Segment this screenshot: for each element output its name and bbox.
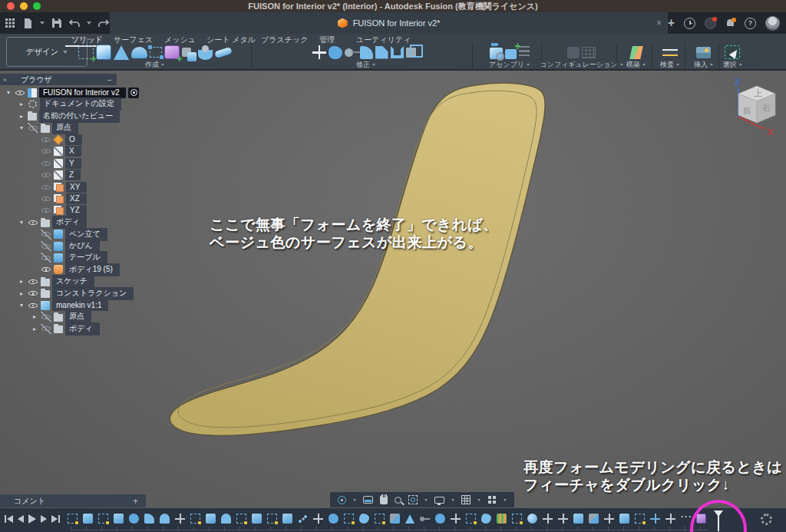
tree-row[interactable]: ボディ (0, 217, 154, 227)
pipe-icon[interactable] (214, 46, 233, 58)
timeline-feature-combine-icon[interactable] (589, 514, 599, 524)
tree-row[interactable]: XZ (0, 194, 154, 204)
tree-row[interactable]: X (0, 147, 154, 157)
tree-row[interactable]: YZ (0, 206, 154, 216)
tree-item-label[interactable]: Z (65, 170, 81, 180)
tree-item-label[interactable]: コンストラクション (52, 287, 134, 300)
timeline-feature-extrude-icon[interactable] (206, 514, 216, 524)
move-icon[interactable] (312, 45, 326, 59)
timeline-feature-sketch-icon[interactable] (68, 514, 78, 524)
new-tab-button[interactable]: + (668, 12, 675, 34)
tree-item-label[interactable]: 原点 (65, 310, 91, 323)
disclosure-open-icon[interactable] (5, 88, 12, 97)
comments-panel[interactable]: コメント + (0, 494, 146, 507)
play-button[interactable] (28, 514, 36, 524)
tree-row[interactable]: 原点 (0, 312, 154, 322)
create-sketch-icon[interactable] (78, 45, 94, 59)
chamfer-icon[interactable] (375, 46, 388, 59)
sweep-icon[interactable] (131, 47, 147, 58)
timeline-feature-sketch-icon[interactable] (98, 514, 108, 524)
tree-item-label[interactable]: XY (66, 182, 87, 193)
group-label[interactable]: コンフィギュレーション (540, 61, 623, 69)
press-pull-icon[interactable] (329, 46, 342, 59)
tree-row[interactable]: かびん (0, 241, 154, 251)
disclosure-closed-icon[interactable] (31, 312, 38, 322)
nav-dropdown-icon[interactable] (424, 499, 428, 501)
fit-icon[interactable] (408, 495, 418, 504)
tree-item-label[interactable]: manekin v1:1 (52, 300, 108, 311)
visibility-eye-icon[interactable] (28, 276, 38, 286)
fillet-icon[interactable] (360, 46, 373, 59)
tree-item-label[interactable]: YZ (66, 205, 87, 216)
extrude-icon[interactable] (96, 45, 111, 60)
account-avatar[interactable] (765, 16, 780, 31)
visibility-eye-icon[interactable] (41, 241, 51, 251)
disclosure-closed-icon[interactable] (18, 111, 25, 121)
tree-row[interactable]: FUISON for Interior v2 (0, 88, 154, 97)
notifications-icon[interactable] (725, 18, 735, 28)
tree-row[interactable]: 原点 (0, 123, 154, 133)
timeline-feature-stripes-icon[interactable] (497, 514, 507, 524)
visibility-eye-icon[interactable] (28, 289, 38, 299)
disclosure-open-icon[interactable] (18, 300, 25, 310)
visibility-eye-icon[interactable] (41, 312, 51, 322)
timeline-feature-extrude-icon[interactable] (252, 514, 262, 524)
nav-dropdown-icon[interactable] (504, 499, 507, 501)
tree-row[interactable]: Y (0, 158, 154, 168)
visibility-eye-icon[interactable] (41, 170, 51, 180)
tree-row[interactable]: ペン立て (0, 230, 154, 240)
tree-item-label[interactable]: ボディ (52, 216, 87, 229)
disclosure-closed-icon[interactable] (31, 324, 38, 334)
group-label[interactable]: 修正 (356, 61, 375, 69)
visibility-eye-icon[interactable] (41, 206, 51, 216)
visibility-eye-icon[interactable] (28, 300, 38, 310)
step-forward-button[interactable] (41, 514, 47, 524)
offset-icon[interactable] (345, 48, 353, 57)
timeline-feature-move-icon[interactable] (175, 514, 185, 524)
visibility-eye-icon[interactable] (41, 158, 51, 168)
tree-item-label[interactable]: XZ (66, 193, 87, 204)
new-file-dropdown-icon[interactable] (40, 21, 45, 25)
disclosure-open-icon[interactable] (18, 217, 25, 227)
document-tab[interactable]: FUISON for Interior v2* × (110, 12, 668, 34)
measure-icon[interactable] (662, 49, 678, 56)
timeline-feature-sweep-icon[interactable] (359, 514, 369, 524)
browser-collapse-icon[interactable]: « (3, 76, 7, 84)
timeline-feature-move-icon[interactable] (313, 514, 323, 524)
revolve-icon[interactable] (198, 50, 213, 60)
construction-plane-icon[interactable] (629, 46, 643, 59)
timeline-feature-sketch-icon[interactable] (190, 514, 200, 524)
tree-row[interactable]: スケッチ (0, 276, 154, 286)
browser-minimize-icon[interactable]: − (107, 75, 112, 84)
visibility-eye-icon[interactable] (41, 265, 51, 275)
timeline-feature-sketch-icon[interactable] (466, 514, 476, 524)
look-at-icon[interactable] (363, 496, 373, 504)
timeline-feature-extrude-icon[interactable] (619, 514, 629, 524)
tree-row[interactable]: O (0, 135, 154, 145)
timeline-settings-gear-icon[interactable] (761, 514, 772, 525)
path-pattern-icon[interactable] (150, 47, 162, 58)
tree-row[interactable]: manekin v1:1 (0, 300, 154, 310)
nav-dropdown-icon[interactable] (477, 499, 481, 501)
group-label[interactable]: 挿入 (694, 61, 713, 69)
tree-item-label[interactable]: Y (65, 158, 81, 169)
visibility-eye-icon[interactable] (41, 230, 51, 240)
add-comment-button[interactable]: + (133, 496, 138, 507)
visibility-eye-icon[interactable] (28, 123, 38, 133)
new-component-icon[interactable] (505, 49, 517, 59)
canvas-icon[interactable] (696, 47, 711, 58)
go-to-end-button[interactable] (51, 514, 60, 524)
undo-icon[interactable] (69, 18, 80, 28)
visibility-eye-icon[interactable] (28, 217, 38, 227)
visibility-eye-icon[interactable] (41, 182, 51, 192)
tree-row[interactable]: Z (0, 170, 154, 180)
config-table-icon[interactable] (582, 47, 596, 58)
timeline-feature-extrude-icon[interactable] (114, 514, 124, 524)
tree-item-label[interactable]: O (65, 134, 82, 145)
timeline-feature-form-icon[interactable] (329, 514, 339, 524)
tree-row[interactable]: コンストラクション (0, 289, 154, 299)
timeline-feature-extrude-icon[interactable] (573, 514, 583, 524)
joint-list-icon[interactable] (519, 46, 530, 58)
visibility-eye-icon[interactable] (15, 88, 25, 97)
group-label[interactable]: 選択 (723, 61, 742, 69)
